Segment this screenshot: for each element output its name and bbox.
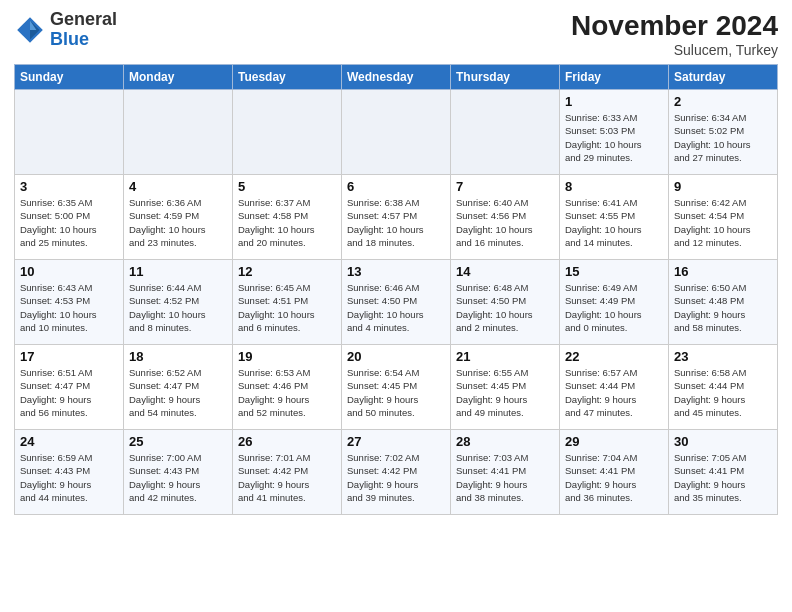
- day-info: Sunrise: 6:34 AM Sunset: 5:02 PM Dayligh…: [674, 111, 772, 164]
- day-info: Sunrise: 6:37 AM Sunset: 4:58 PM Dayligh…: [238, 196, 336, 249]
- cell-w4-d4: 28Sunrise: 7:03 AM Sunset: 4:41 PM Dayli…: [451, 430, 560, 515]
- day-number: 29: [565, 434, 663, 449]
- col-tuesday: Tuesday: [233, 65, 342, 90]
- cell-w1-d6: 9Sunrise: 6:42 AM Sunset: 4:54 PM Daylig…: [669, 175, 778, 260]
- day-info: Sunrise: 6:40 AM Sunset: 4:56 PM Dayligh…: [456, 196, 554, 249]
- cell-w3-d3: 20Sunrise: 6:54 AM Sunset: 4:45 PM Dayli…: [342, 345, 451, 430]
- cell-w0-d6: 2Sunrise: 6:34 AM Sunset: 5:02 PM Daylig…: [669, 90, 778, 175]
- cell-w4-d1: 25Sunrise: 7:00 AM Sunset: 4:43 PM Dayli…: [124, 430, 233, 515]
- day-info: Sunrise: 7:03 AM Sunset: 4:41 PM Dayligh…: [456, 451, 554, 504]
- week-row-2: 10Sunrise: 6:43 AM Sunset: 4:53 PM Dayli…: [15, 260, 778, 345]
- day-number: 3: [20, 179, 118, 194]
- day-info: Sunrise: 6:49 AM Sunset: 4:49 PM Dayligh…: [565, 281, 663, 334]
- title-block: November 2024 Sulucem, Turkey: [571, 10, 778, 58]
- day-number: 10: [20, 264, 118, 279]
- day-number: 2: [674, 94, 772, 109]
- cell-w3-d2: 19Sunrise: 6:53 AM Sunset: 4:46 PM Dayli…: [233, 345, 342, 430]
- day-info: Sunrise: 6:54 AM Sunset: 4:45 PM Dayligh…: [347, 366, 445, 419]
- day-number: 21: [456, 349, 554, 364]
- day-number: 25: [129, 434, 227, 449]
- day-info: Sunrise: 6:48 AM Sunset: 4:50 PM Dayligh…: [456, 281, 554, 334]
- col-friday: Friday: [560, 65, 669, 90]
- cell-w3-d1: 18Sunrise: 6:52 AM Sunset: 4:47 PM Dayli…: [124, 345, 233, 430]
- cell-w4-d0: 24Sunrise: 6:59 AM Sunset: 4:43 PM Dayli…: [15, 430, 124, 515]
- cell-w3-d0: 17Sunrise: 6:51 AM Sunset: 4:47 PM Dayli…: [15, 345, 124, 430]
- cell-w1-d2: 5Sunrise: 6:37 AM Sunset: 4:58 PM Daylig…: [233, 175, 342, 260]
- cell-w2-d6: 16Sunrise: 6:50 AM Sunset: 4:48 PM Dayli…: [669, 260, 778, 345]
- day-number: 13: [347, 264, 445, 279]
- week-row-1: 3Sunrise: 6:35 AM Sunset: 5:00 PM Daylig…: [15, 175, 778, 260]
- cell-w0-d1: [124, 90, 233, 175]
- day-info: Sunrise: 6:44 AM Sunset: 4:52 PM Dayligh…: [129, 281, 227, 334]
- calendar-header-row: Sunday Monday Tuesday Wednesday Thursday…: [15, 65, 778, 90]
- day-number: 7: [456, 179, 554, 194]
- cell-w3-d4: 21Sunrise: 6:55 AM Sunset: 4:45 PM Dayli…: [451, 345, 560, 430]
- col-wednesday: Wednesday: [342, 65, 451, 90]
- day-info: Sunrise: 6:50 AM Sunset: 4:48 PM Dayligh…: [674, 281, 772, 334]
- cell-w0-d0: [15, 90, 124, 175]
- day-info: Sunrise: 6:53 AM Sunset: 4:46 PM Dayligh…: [238, 366, 336, 419]
- day-number: 23: [674, 349, 772, 364]
- cell-w2-d5: 15Sunrise: 6:49 AM Sunset: 4:49 PM Dayli…: [560, 260, 669, 345]
- cell-w1-d1: 4Sunrise: 6:36 AM Sunset: 4:59 PM Daylig…: [124, 175, 233, 260]
- day-number: 19: [238, 349, 336, 364]
- day-number: 18: [129, 349, 227, 364]
- day-number: 28: [456, 434, 554, 449]
- day-info: Sunrise: 6:52 AM Sunset: 4:47 PM Dayligh…: [129, 366, 227, 419]
- week-row-3: 17Sunrise: 6:51 AM Sunset: 4:47 PM Dayli…: [15, 345, 778, 430]
- cell-w1-d4: 7Sunrise: 6:40 AM Sunset: 4:56 PM Daylig…: [451, 175, 560, 260]
- day-info: Sunrise: 6:41 AM Sunset: 4:55 PM Dayligh…: [565, 196, 663, 249]
- cell-w4-d2: 26Sunrise: 7:01 AM Sunset: 4:42 PM Dayli…: [233, 430, 342, 515]
- cell-w1-d5: 8Sunrise: 6:41 AM Sunset: 4:55 PM Daylig…: [560, 175, 669, 260]
- day-info: Sunrise: 7:02 AM Sunset: 4:42 PM Dayligh…: [347, 451, 445, 504]
- day-info: Sunrise: 6:33 AM Sunset: 5:03 PM Dayligh…: [565, 111, 663, 164]
- cell-w4-d6: 30Sunrise: 7:05 AM Sunset: 4:41 PM Dayli…: [669, 430, 778, 515]
- day-number: 9: [674, 179, 772, 194]
- day-info: Sunrise: 6:58 AM Sunset: 4:44 PM Dayligh…: [674, 366, 772, 419]
- day-info: Sunrise: 7:01 AM Sunset: 4:42 PM Dayligh…: [238, 451, 336, 504]
- day-number: 14: [456, 264, 554, 279]
- day-info: Sunrise: 6:38 AM Sunset: 4:57 PM Dayligh…: [347, 196, 445, 249]
- cell-w4-d3: 27Sunrise: 7:02 AM Sunset: 4:42 PM Dayli…: [342, 430, 451, 515]
- day-number: 1: [565, 94, 663, 109]
- day-info: Sunrise: 6:59 AM Sunset: 4:43 PM Dayligh…: [20, 451, 118, 504]
- col-saturday: Saturday: [669, 65, 778, 90]
- cell-w2-d4: 14Sunrise: 6:48 AM Sunset: 4:50 PM Dayli…: [451, 260, 560, 345]
- cell-w2-d1: 11Sunrise: 6:44 AM Sunset: 4:52 PM Dayli…: [124, 260, 233, 345]
- day-number: 20: [347, 349, 445, 364]
- logo: General Blue: [14, 10, 117, 50]
- day-info: Sunrise: 6:42 AM Sunset: 4:54 PM Dayligh…: [674, 196, 772, 249]
- day-number: 27: [347, 434, 445, 449]
- logo-icon: [14, 14, 46, 46]
- day-number: 30: [674, 434, 772, 449]
- day-number: 22: [565, 349, 663, 364]
- logo-blue: Blue: [50, 29, 89, 49]
- day-number: 8: [565, 179, 663, 194]
- day-number: 12: [238, 264, 336, 279]
- cell-w2-d0: 10Sunrise: 6:43 AM Sunset: 4:53 PM Dayli…: [15, 260, 124, 345]
- calendar: Sunday Monday Tuesday Wednesday Thursday…: [14, 64, 778, 515]
- day-info: Sunrise: 6:35 AM Sunset: 5:00 PM Dayligh…: [20, 196, 118, 249]
- day-number: 4: [129, 179, 227, 194]
- cell-w1-d0: 3Sunrise: 6:35 AM Sunset: 5:00 PM Daylig…: [15, 175, 124, 260]
- day-info: Sunrise: 6:46 AM Sunset: 4:50 PM Dayligh…: [347, 281, 445, 334]
- cell-w2-d3: 13Sunrise: 6:46 AM Sunset: 4:50 PM Dayli…: [342, 260, 451, 345]
- day-info: Sunrise: 7:00 AM Sunset: 4:43 PM Dayligh…: [129, 451, 227, 504]
- location-subtitle: Sulucem, Turkey: [571, 42, 778, 58]
- day-number: 17: [20, 349, 118, 364]
- cell-w0-d5: 1Sunrise: 6:33 AM Sunset: 5:03 PM Daylig…: [560, 90, 669, 175]
- cell-w0-d3: [342, 90, 451, 175]
- day-info: Sunrise: 7:05 AM Sunset: 4:41 PM Dayligh…: [674, 451, 772, 504]
- day-info: Sunrise: 6:51 AM Sunset: 4:47 PM Dayligh…: [20, 366, 118, 419]
- day-info: Sunrise: 6:43 AM Sunset: 4:53 PM Dayligh…: [20, 281, 118, 334]
- day-number: 11: [129, 264, 227, 279]
- cell-w0-d2: [233, 90, 342, 175]
- week-row-0: 1Sunrise: 6:33 AM Sunset: 5:03 PM Daylig…: [15, 90, 778, 175]
- cell-w1-d3: 6Sunrise: 6:38 AM Sunset: 4:57 PM Daylig…: [342, 175, 451, 260]
- logo-general: General: [50, 9, 117, 29]
- day-info: Sunrise: 6:55 AM Sunset: 4:45 PM Dayligh…: [456, 366, 554, 419]
- day-number: 6: [347, 179, 445, 194]
- day-info: Sunrise: 6:36 AM Sunset: 4:59 PM Dayligh…: [129, 196, 227, 249]
- day-info: Sunrise: 6:57 AM Sunset: 4:44 PM Dayligh…: [565, 366, 663, 419]
- day-number: 15: [565, 264, 663, 279]
